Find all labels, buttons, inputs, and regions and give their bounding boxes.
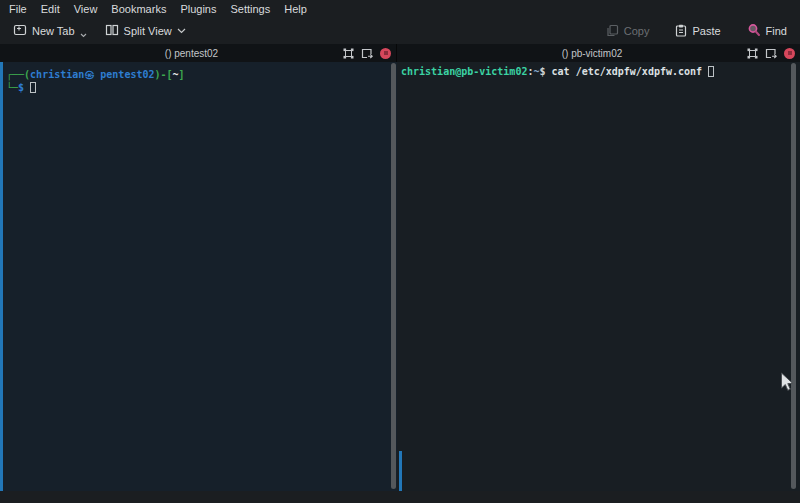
paste-label: Paste	[692, 25, 720, 37]
terminal-cursor	[708, 66, 714, 77]
new-tab-icon	[13, 24, 27, 38]
scrollbar[interactable]	[791, 63, 796, 489]
pane-header-pentest02[interactable]: () pentest02	[0, 44, 397, 62]
menu-bar: File Edit View Bookmarks Plugins Setting…	[0, 0, 800, 18]
split-view-button[interactable]: Split View	[100, 21, 191, 41]
terminal-area: ┌──(christian㉿ pentest02)-[~] └─$ christ…	[0, 62, 800, 491]
command-line: christian@pb-victim02:~$ cat /etc/xdpfw/…	[401, 65, 714, 78]
prompt-user-host: christian㉿ pentest02	[30, 69, 154, 80]
prompt-frame: ┌──(	[6, 69, 30, 80]
find-label: Find	[766, 25, 787, 37]
window-bottom-strip	[0, 491, 800, 503]
close-view-button[interactable]	[380, 48, 391, 59]
detach-view-icon[interactable]	[361, 48, 373, 59]
prompt-frame: └─	[6, 82, 18, 93]
scrollbar[interactable]	[391, 63, 396, 489]
pane-title: () pentest02	[0, 48, 343, 59]
pane-header-pb-victim02[interactable]: () pb-victim02	[397, 44, 800, 62]
prompt-frame: )-[	[154, 69, 172, 80]
prompt-line-2: └─$	[6, 81, 36, 94]
prompt-frame: ]	[179, 69, 185, 80]
terminal-pentest02[interactable]: ┌──(christian㉿ pentest02)-[~] └─$	[0, 62, 397, 491]
new-tab-label: New Tab	[32, 25, 75, 37]
maximize-view-icon[interactable]	[747, 48, 758, 59]
menu-file[interactable]: File	[2, 3, 34, 15]
find-icon	[747, 23, 761, 39]
detach-view-icon[interactable]	[765, 48, 777, 59]
chevron-down-icon	[177, 28, 186, 34]
menu-settings[interactable]: Settings	[223, 3, 277, 15]
menu-view[interactable]: View	[67, 3, 105, 15]
terminal-cursor	[30, 82, 36, 93]
terminal-pb-victim02[interactable]: christian@pb-victim02:~$ cat /etc/xdpfw/…	[397, 62, 800, 491]
menu-bookmarks[interactable]: Bookmarks	[104, 3, 173, 15]
maximize-view-icon[interactable]	[343, 48, 354, 59]
copy-button[interactable]: Copy	[601, 21, 655, 42]
focus-accent-line	[399, 451, 402, 491]
mouse-pointer-icon	[780, 372, 794, 396]
close-view-button[interactable]	[784, 48, 795, 59]
split-view-icon	[105, 24, 119, 38]
paste-button[interactable]: Paste	[670, 21, 725, 42]
split-view-label: Split View	[124, 25, 172, 37]
pane-title: () pb-victim02	[397, 48, 747, 59]
copy-icon	[606, 24, 619, 39]
pane-headers: () pentest02 () pb-victim02	[0, 44, 800, 62]
chevron-down-icon	[80, 33, 87, 38]
menu-help[interactable]: Help	[277, 3, 314, 15]
menu-edit[interactable]: Edit	[34, 3, 67, 15]
prompt-symbol: $	[540, 66, 552, 77]
copy-label: Copy	[624, 25, 650, 37]
prompt-symbol: $	[18, 82, 30, 93]
paste-icon	[675, 24, 687, 39]
prompt-line-1: ┌──(christian㉿ pentest02)-[~]	[6, 68, 185, 81]
focus-accent-line	[0, 62, 3, 491]
find-button[interactable]: Find	[742, 20, 792, 42]
new-tab-button[interactable]: New Tab	[8, 21, 92, 41]
menu-plugins[interactable]: Plugins	[173, 3, 223, 15]
toolbar: New Tab Split View Copy	[0, 18, 800, 44]
typed-command: cat /etc/xdpfw/xdpfw.conf	[552, 66, 709, 77]
prompt-user-host: christian@pb-victim02	[401, 66, 527, 77]
